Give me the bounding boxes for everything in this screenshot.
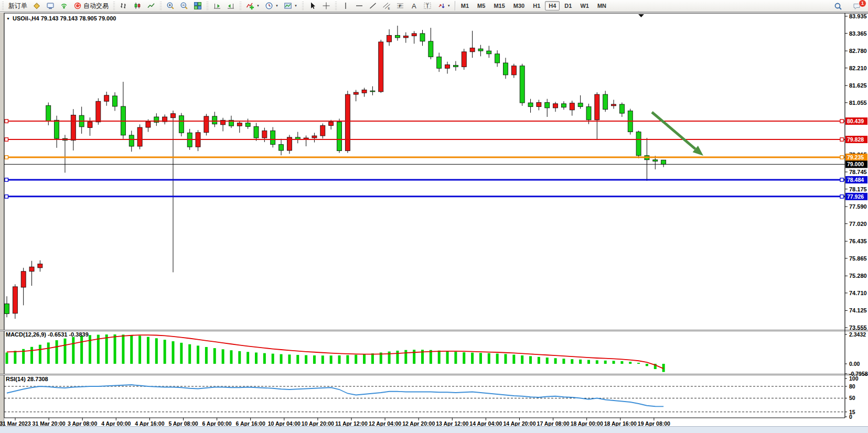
macd-bar	[238, 351, 241, 364]
cursor-button[interactable]	[306, 1, 319, 10]
line-handle[interactable]	[5, 178, 8, 182]
bar-chart-button[interactable]	[117, 1, 130, 10]
toolbar-grip[interactable]	[239, 2, 242, 10]
chart-shift-button[interactable]	[224, 1, 237, 10]
macd-bar	[479, 353, 482, 364]
line-handle[interactable]	[5, 120, 8, 123]
macd-bar	[80, 336, 83, 364]
timeframe-button-w1[interactable]: W1	[576, 1, 593, 10]
toolbar-grip[interactable]	[159, 2, 162, 10]
line-chart-button[interactable]	[145, 1, 157, 10]
timeframe-button-h4[interactable]: H4	[545, 1, 560, 10]
autotrading-button[interactable]: 自动交易	[71, 1, 111, 10]
macd-bar	[579, 360, 582, 364]
template-icon	[284, 2, 292, 10]
trendline-icon	[369, 2, 377, 10]
macd-bar	[587, 360, 590, 364]
line-handle[interactable]	[840, 138, 844, 142]
text-button[interactable]: A	[408, 1, 420, 10]
macd-bar	[604, 361, 607, 364]
price-tick-label: 77.590	[849, 203, 867, 210]
candlestick-chart-button[interactable]	[131, 1, 144, 10]
chart-window[interactable]: 83.93583.36582.78082.21081.62581.05579.3…	[0, 13, 868, 433]
timeframe-button-m30[interactable]: M30	[510, 1, 528, 10]
timeframe-button-m5[interactable]: M5	[474, 1, 489, 10]
macd-bar	[512, 355, 515, 364]
line-handle[interactable]	[840, 178, 844, 182]
line-handle[interactable]	[840, 120, 844, 123]
line-handle[interactable]	[840, 156, 844, 159]
toolbar-grip[interactable]	[335, 2, 337, 10]
timeframe-button-m15[interactable]: M15	[490, 1, 508, 10]
chart-shift-icon	[227, 2, 235, 10]
templates-button[interactable]: ▼	[282, 1, 299, 10]
line-handle[interactable]	[5, 156, 8, 159]
symbol-collapse-icon[interactable]: ▼	[6, 17, 10, 20]
timeframe-button-mn[interactable]: MN	[594, 1, 610, 10]
timeframe-button-h1[interactable]: H1	[529, 1, 544, 10]
macd-bar	[205, 347, 208, 364]
chevron-down-icon[interactable]: ▼	[256, 4, 260, 7]
rsi-value: 28.7308	[27, 376, 48, 382]
arrows-button[interactable]: ▼	[435, 1, 453, 10]
toolbar-grip[interactable]	[2, 2, 4, 10]
macd-bar	[263, 353, 266, 364]
candle	[636, 131, 641, 158]
macd-bar	[247, 352, 249, 364]
tile-windows-button[interactable]	[191, 1, 204, 10]
chevron-down-icon[interactable]: ▼	[294, 4, 297, 7]
crosshair-button[interactable]	[320, 1, 333, 10]
vertical-line-button[interactable]	[339, 1, 352, 10]
svg-text:77.926: 77.926	[847, 193, 864, 200]
search-button[interactable]	[832, 2, 844, 11]
macd-axis-label: 0.00	[849, 361, 860, 367]
macd-bar	[122, 334, 124, 364]
periods-button[interactable]: ▼	[263, 1, 281, 10]
price-tick-label: 82.210	[849, 65, 867, 71]
macd-bar	[355, 355, 357, 364]
chart-title: USOil-,H4 79.143 79.143 78.905 79.000	[13, 15, 116, 21]
macd-bar	[646, 364, 648, 366]
price-tag-button[interactable]	[30, 1, 43, 10]
price-tick-label: 81.055	[849, 100, 867, 106]
fibonacci-button[interactable]: F	[394, 1, 406, 10]
new-order-button[interactable]: 新订单	[6, 1, 29, 10]
zoom-out-button[interactable]	[178, 1, 190, 10]
signals-icon	[60, 2, 68, 10]
text-label-button[interactable]: T	[421, 1, 434, 10]
auto-scroll-button[interactable]	[211, 1, 223, 10]
timeframe-button-d1[interactable]: D1	[561, 1, 575, 10]
clock-icon	[265, 2, 273, 10]
svg-text:A: A	[412, 2, 416, 10]
toolbar-separator	[455, 1, 455, 10]
equidistant-channel-button[interactable]: E	[380, 1, 393, 10]
trendline-button[interactable]	[367, 1, 379, 10]
timeframe-button-m1[interactable]: M1	[457, 1, 473, 10]
line-handle[interactable]	[5, 138, 8, 142]
line-handle[interactable]	[5, 195, 8, 199]
terminal-button[interactable]	[44, 1, 57, 10]
chevron-down-icon[interactable]: ▼	[275, 4, 278, 7]
horizontal-line-button[interactable]	[353, 1, 366, 10]
price-chart-canvas[interactable]: 83.93583.36582.78082.21081.62581.05579.3…	[0, 13, 868, 433]
signals-button[interactable]	[58, 1, 70, 10]
candle	[337, 118, 342, 153]
chevron-down-icon[interactable]: ▼	[447, 4, 451, 7]
indicators-icon	[246, 2, 254, 10]
time-axis[interactable]: 31 Mar 202331 Mar 20:003 Apr 08:004 Apr …	[0, 418, 670, 427]
price-tick-label: 74.710	[849, 290, 867, 296]
macd-bar	[172, 341, 175, 364]
macd-bar	[313, 355, 316, 364]
toolbar-grip[interactable]	[206, 2, 209, 10]
svg-text:T: T	[425, 3, 429, 9]
chat-button[interactable]: 1	[851, 2, 863, 11]
line-handle[interactable]	[840, 195, 844, 199]
macd-bar	[521, 355, 523, 364]
zoom-in-button[interactable]	[164, 1, 177, 10]
macd-bar	[404, 350, 407, 364]
toolbar-grip[interactable]	[113, 2, 115, 10]
toolbar-grip[interactable]	[302, 2, 304, 10]
macd-bar	[30, 347, 33, 364]
indicators-button[interactable]: ▼	[244, 1, 262, 10]
macd-bar	[164, 340, 166, 364]
